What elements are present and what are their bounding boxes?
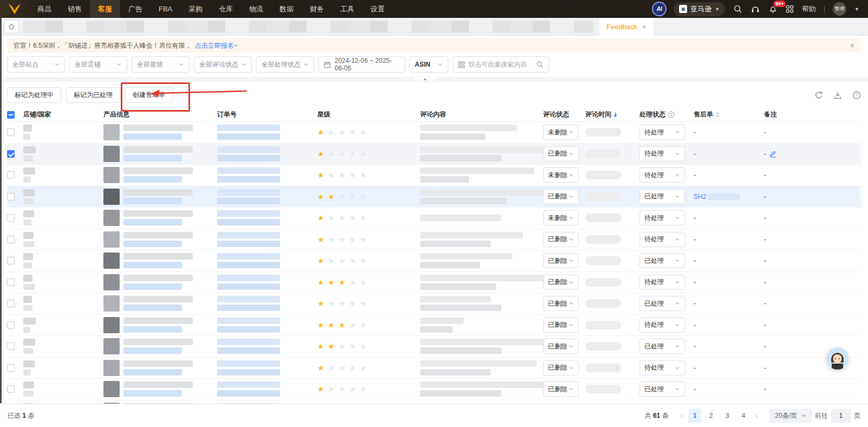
row-checkbox[interactable] <box>7 300 15 307</box>
collapse-filters-handle[interactable]: ▲ <box>413 76 438 82</box>
row-checkbox[interactable] <box>7 342 15 350</box>
marketplace-selector[interactable]: a 亚马逊 ▼ <box>674 2 725 16</box>
page-button-2[interactable]: 2 <box>704 409 717 423</box>
nav-item-销售[interactable]: 销售 <box>60 0 90 18</box>
select-all-checkbox[interactable] <box>7 111 15 119</box>
row-checkbox[interactable] <box>7 385 15 393</box>
row-checkbox[interactable] <box>7 193 15 200</box>
sort-desc-icon[interactable] <box>614 112 617 118</box>
customer-service-avatar[interactable] <box>826 347 849 370</box>
page-button-1[interactable]: 1 <box>688 409 701 423</box>
refresh-icon[interactable] <box>814 91 823 100</box>
review-status-select[interactable]: 已删除 <box>543 381 579 397</box>
nav-item-广告[interactable]: 广告 <box>120 0 151 18</box>
toolbar-button-标记为已处理[interactable]: 标记为已处理 <box>66 87 120 103</box>
handle-status-select[interactable]: 已处理 <box>639 189 685 204</box>
help-circle-icon[interactable]: ? <box>852 91 861 100</box>
row-checkbox[interactable] <box>7 171 15 179</box>
date-range-picker[interactable]: 2024-12-06 ~ 2025-06-05 <box>318 56 405 73</box>
review-status-select[interactable]: 已删除 <box>543 360 579 376</box>
filter-select-3[interactable]: 全部评论状态 <box>194 56 252 73</box>
next-page-button[interactable]: › <box>753 412 760 420</box>
handle-status-select[interactable]: 待处理 <box>639 360 685 376</box>
review-status-select[interactable]: 已删除 <box>543 275 579 290</box>
ai-assistant-button[interactable]: AI <box>653 3 665 15</box>
edit-note-icon[interactable] <box>769 150 776 158</box>
search-type-select[interactable]: ASIN <box>409 56 448 73</box>
review-status-select[interactable]: 已删除 <box>543 253 579 268</box>
review-status-select[interactable]: 已删除 <box>543 339 579 354</box>
nav-item-采购[interactable]: 采购 <box>180 0 211 18</box>
page-button-4[interactable]: 4 <box>737 409 750 423</box>
headset-icon[interactable] <box>750 4 760 14</box>
review-status-select[interactable]: 已删除 <box>543 296 579 311</box>
nav-item-仓库[interactable]: 仓库 <box>211 0 241 18</box>
handle-status-select[interactable]: 已处理 <box>639 253 685 268</box>
handle-status-select[interactable]: 已处理 <box>639 296 685 311</box>
review-status-select[interactable]: 已删除 <box>543 318 579 333</box>
handle-status-select[interactable]: 待处理 <box>639 125 685 140</box>
search-submit-icon[interactable] <box>536 61 544 68</box>
prev-page-button[interactable]: ‹ <box>678 412 685 420</box>
review-status-select[interactable]: 已删除 <box>543 232 579 247</box>
chevron-down-icon <box>675 365 680 371</box>
row-checkbox[interactable] <box>7 150 15 158</box>
nav-item-设置[interactable]: 设置 <box>362 0 393 18</box>
aftersale-order-link[interactable]: SH2 <box>694 193 706 200</box>
row-checkbox[interactable] <box>7 279 15 286</box>
handle-status-select[interactable]: 待处理 <box>639 318 685 333</box>
nav-item-物流[interactable]: 物流 <box>241 0 271 18</box>
help-circle-icon[interactable]: ? <box>668 111 675 118</box>
download-icon[interactable] <box>833 91 842 100</box>
search-icon[interactable] <box>733 4 742 14</box>
help-link[interactable]: 帮助 <box>802 4 816 14</box>
sort-icon[interactable] <box>715 112 720 118</box>
tab-feedback[interactable]: Feedback × <box>599 18 654 36</box>
search-input[interactable] <box>468 61 533 68</box>
filter-select-1[interactable]: 全部店铺 <box>69 56 127 73</box>
row-checkbox[interactable] <box>7 257 15 264</box>
handle-status-select[interactable]: 待处理 <box>639 146 685 161</box>
review-status-select[interactable]: 未删除 <box>543 167 579 183</box>
nav-item-客服[interactable]: 客服 <box>90 0 120 18</box>
nav-item-FBA[interactable]: FBA <box>151 0 180 18</box>
page-size-select[interactable]: 20条/页 <box>769 409 812 423</box>
close-icon[interactable]: × <box>642 23 647 31</box>
toolbar-button-标记为处理中[interactable]: 标记为处理中 <box>7 87 61 103</box>
banner-signup-link[interactable]: 点击立即报名~ <box>195 41 238 50</box>
nav-item-数据[interactable]: 数据 <box>271 0 302 18</box>
page-button-3[interactable]: 3 <box>721 409 734 423</box>
row-checkbox[interactable] <box>7 128 15 136</box>
handle-status-select[interactable]: 已处理 <box>639 339 685 354</box>
home-tab-button[interactable] <box>4 20 18 33</box>
chevron-down-icon[interactable]: ▼ <box>854 7 859 12</box>
nav-item-商品[interactable]: 商品 <box>29 0 60 18</box>
handle-status-select[interactable]: 待处理 <box>639 210 685 225</box>
row-checkbox[interactable] <box>7 214 15 222</box>
review-status-select[interactable]: 已删除 <box>543 146 579 161</box>
banner-close-icon[interactable]: × <box>850 41 854 50</box>
review-status-select[interactable]: 未删除 <box>543 125 579 140</box>
handle-status-select[interactable]: 待处理 <box>639 275 685 290</box>
header-select-all[interactable] <box>7 111 23 119</box>
filter-select-4[interactable]: 全部处理状态 <box>256 56 314 73</box>
notifications-bell-icon[interactable]: 99+ <box>768 4 778 14</box>
toolbar-button-创建售后单[interactable]: 创建售后单 <box>125 87 173 103</box>
filter-select-2[interactable]: 全部星级 <box>132 56 190 73</box>
filter-select-0[interactable]: 全部站点 <box>7 56 65 73</box>
handle-status-select[interactable]: 已处理 <box>639 381 685 397</box>
admin-avatar[interactable]: 管理 <box>833 2 846 16</box>
review-status-select[interactable]: 未删除 <box>543 210 579 225</box>
nav-item-工具[interactable]: 工具 <box>332 0 362 18</box>
handle-status-select[interactable]: 待处理 <box>639 232 685 247</box>
chevron-down-icon <box>675 151 680 157</box>
goto-page-input[interactable]: 1 <box>831 409 851 423</box>
row-checkbox[interactable] <box>7 321 15 329</box>
apps-grid-icon[interactable] <box>786 5 794 13</box>
star-icon: ★ <box>338 214 345 222</box>
row-checkbox[interactable] <box>7 236 15 243</box>
handle-status-select[interactable]: 待处理 <box>639 167 685 183</box>
review-status-select[interactable]: 已删除 <box>543 189 579 204</box>
row-checkbox[interactable] <box>7 364 15 372</box>
nav-item-财务[interactable]: 财务 <box>302 0 332 18</box>
